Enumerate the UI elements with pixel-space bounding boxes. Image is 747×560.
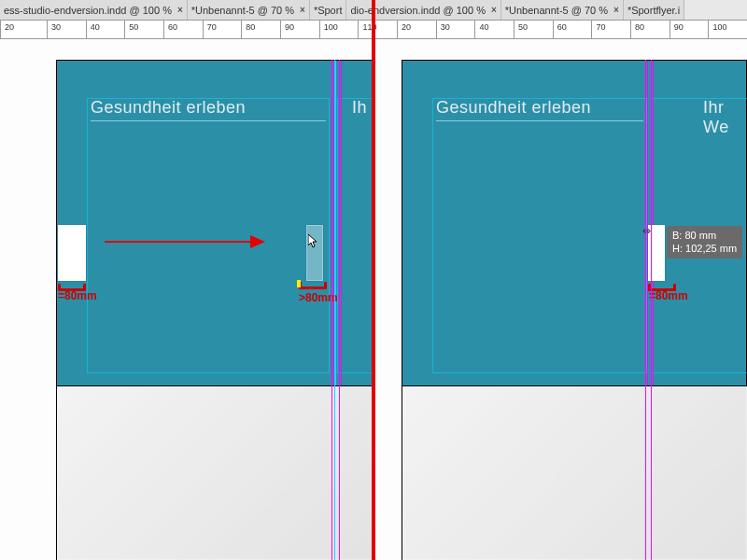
dimension-label: =80mm — [58, 289, 97, 302]
ruler-tick: 40 — [474, 21, 514, 38]
ruler-tick: 20 — [397, 21, 436, 38]
close-icon[interactable]: × — [613, 5, 619, 15]
document-page-right[interactable]: Gesundheit erleben Ihr We — [402, 60, 747, 386]
page-heading-2: Ihr We — [703, 98, 746, 137]
margin-guide — [337, 98, 374, 373]
guide-cyan[interactable] — [334, 60, 335, 560]
resize-cursor-icon: ⇔ — [642, 225, 651, 237]
ruler-tick: 90 — [280, 21, 319, 38]
tab-label: *Unbenannt-5 @ 70 % — [191, 5, 294, 16]
movement-arrow-icon — [105, 241, 263, 243]
tab-label: *Sport — [314, 5, 343, 16]
tab-label: ess-studio-endversion.indd @ 100 % — [4, 5, 172, 16]
ruler-tick: 50 — [514, 21, 553, 38]
guide-magenta[interactable] — [331, 60, 332, 560]
ruler-tick: 50 — [124, 21, 163, 38]
tab-label: *Unbenannt-5 @ 70 % — [505, 5, 608, 16]
page-heading-2: Ih — [352, 98, 367, 118]
page-edge — [56, 60, 57, 560]
ruler-tick: 80 — [241, 21, 280, 38]
ruler-tick: 60 — [553, 21, 592, 38]
close-icon[interactable]: × — [177, 5, 183, 15]
ruler-tick: 100 — [319, 21, 359, 38]
margin-guide — [87, 98, 330, 373]
comparison-divider — [372, 0, 375, 560]
dimension-bracket — [299, 282, 327, 289]
guide-cyan[interactable] — [335, 61, 336, 385]
background-image — [402, 386, 747, 560]
guide-magenta[interactable] — [341, 61, 342, 385]
close-icon[interactable]: × — [300, 5, 305, 15]
page-heading: Gesundheit erleben — [91, 98, 246, 118]
tab-4[interactable]: dio-endversion.indd @ 100 % × — [346, 0, 500, 20]
tab-2[interactable]: *Unbenannt-5 @ 70 % × — [188, 0, 310, 20]
ruler-tick: 100 — [708, 21, 747, 38]
ruler-tick: 80 — [630, 21, 669, 38]
ruler-tick: 70 — [591, 21, 630, 38]
guide-magenta[interactable] — [653, 61, 654, 385]
tab-6[interactable]: *Sportflyer.i — [624, 0, 684, 20]
dimension-label: =80mm — [649, 289, 688, 302]
close-icon[interactable]: × — [491, 5, 497, 15]
ruler-tick: 40 — [86, 21, 125, 38]
ruler-tick: 60 — [163, 21, 203, 38]
heading-underline — [91, 120, 326, 121]
dragged-object-ghost[interactable] — [306, 225, 323, 281]
ruler-tick: 20 — [0, 21, 47, 38]
tab-1[interactable]: ess-studio-endversion.indd @ 100 % × — [0, 0, 188, 20]
ruler-tick: 110 — [358, 21, 397, 38]
guide-magenta[interactable] — [339, 60, 340, 560]
ruler-tick: 90 — [669, 21, 709, 38]
tooltip-width: B: 80 mm — [672, 229, 737, 242]
cursor-icon — [308, 234, 319, 249]
guide-magenta[interactable] — [647, 61, 648, 385]
tab-label: *Sportflyer.i — [627, 5, 680, 16]
dragged-object-origin[interactable] — [58, 225, 86, 281]
page-edge — [402, 60, 402, 560]
size-tooltip: B: 80 mm H: 102,25 mm — [667, 226, 742, 259]
margin-guide — [432, 98, 647, 373]
guide-magenta[interactable] — [645, 60, 646, 560]
heading-underline — [436, 120, 643, 121]
tooltip-height: H: 102,25 mm — [672, 242, 737, 255]
ruler-tick: 70 — [203, 21, 242, 38]
tab-3[interactable]: *Sport — [310, 0, 347, 20]
ruler-tick: 30 — [436, 21, 475, 38]
tab-5[interactable]: *Unbenannt-5 @ 70 % × — [501, 0, 624, 20]
ruler-tick: 30 — [47, 21, 86, 38]
guide-magenta[interactable] — [651, 60, 652, 560]
page-heading: Gesundheit erleben — [436, 98, 591, 118]
background-image — [56, 386, 374, 560]
smart-guide-marker — [297, 280, 301, 287]
document-page-left[interactable]: Gesundheit erleben Ih — [56, 60, 374, 386]
